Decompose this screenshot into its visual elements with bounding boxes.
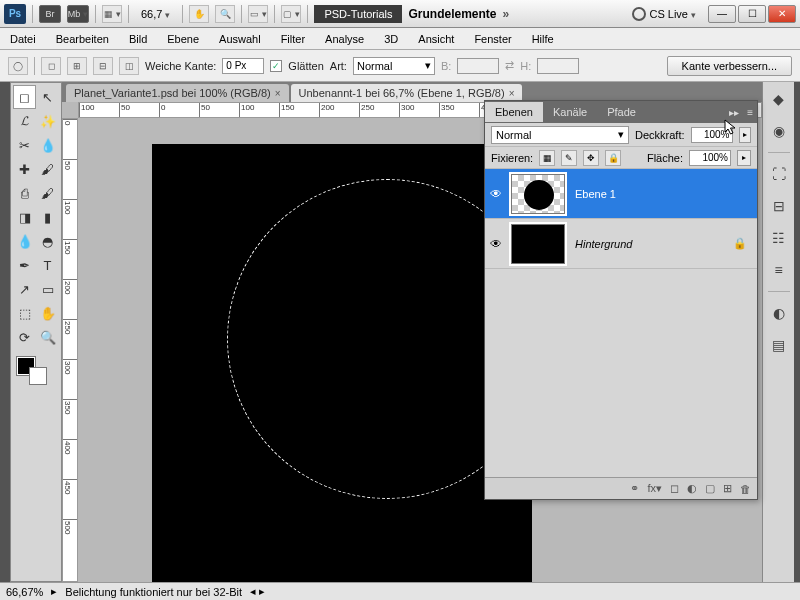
maximize-button[interactable]: ☐ [738,5,766,23]
canvas[interactable] [152,144,532,584]
fill-input[interactable] [689,150,731,166]
tool-lasso[interactable]: 𝓛 [13,109,36,133]
tab-layers[interactable]: Ebenen [485,102,543,122]
sel-int-icon[interactable]: ◫ [119,57,139,75]
link-layers-icon[interactable]: ⚭ [630,482,639,495]
opacity-input[interactable] [691,127,733,143]
swatches-panel-icon[interactable]: ◉ [768,120,790,142]
new-layer-icon[interactable]: ⊞ [723,482,732,495]
style-select[interactable]: Normal▾ [353,57,435,75]
close-button[interactable]: ✕ [768,5,796,23]
menu-hilfe[interactable]: Hilfe [522,30,564,48]
arrange-icon[interactable]: ▭ [248,5,268,23]
menu-auswahl[interactable]: Auswahl [209,30,271,48]
layer-thumbnail[interactable] [511,174,565,214]
sel-new-icon[interactable]: ◻ [41,57,61,75]
tool-wand[interactable]: ✨ [36,109,59,133]
tool-crop[interactable]: ✂ [13,133,36,157]
delete-layer-icon[interactable]: 🗑 [740,483,751,495]
tool-zoom[interactable]: 🔍 [36,325,59,349]
tool-heal[interactable]: ✚ [13,157,36,181]
minimize-button[interactable]: — [708,5,736,23]
align-panel-icon[interactable]: ⊟ [768,195,790,217]
tool-blur[interactable]: 💧 [13,229,36,253]
menu-3d[interactable]: 3D [374,30,408,48]
document-tab[interactable]: Planet_Variante1.psd bei 100% (RGB/8)× [66,84,289,102]
layer-group-icon[interactable]: ▢ [705,482,715,495]
layer-name[interactable]: Hintergrund [569,238,723,250]
tool-eyedrop[interactable]: 💧 [36,133,59,157]
layer-row[interactable]: 👁Ebene 1 [485,169,757,219]
tool-dodge[interactable]: ◓ [36,229,59,253]
tool-move[interactable]: ↖ [36,85,59,109]
feather-input[interactable] [222,58,264,74]
tool-3d[interactable]: ⬚ [13,301,36,325]
layer-thumbnail[interactable] [511,224,565,264]
tool-path[interactable]: ↗ [13,277,36,301]
zoom-level[interactable]: 66,7 [135,7,176,21]
lock-transparency-icon[interactable]: ▦ [539,150,555,166]
workspace-name[interactable]: Grundelemente [408,7,496,21]
minibr-icon[interactable]: Mb [67,5,89,23]
tab-paths[interactable]: Pfade [597,102,646,122]
view-extras-icon[interactable]: ▦ [102,5,122,23]
tool-gradient[interactable]: ▮ [36,205,59,229]
lock-all-icon[interactable]: 🔒 [605,150,621,166]
adjustments-panel-icon[interactable]: ◐ [768,302,790,324]
visibility-icon[interactable]: 👁 [485,187,507,201]
menu-analyse[interactable]: Analyse [315,30,374,48]
menu-fenster[interactable]: Fenster [464,30,521,48]
tool-rotate[interactable]: ⟳ [13,325,36,349]
menu-filter[interactable]: Filter [271,30,315,48]
menu-ebene[interactable]: Ebene [157,30,209,48]
lock-pixels-icon[interactable]: ✎ [561,150,577,166]
menu-datei[interactable]: Datei [0,30,46,48]
tab-channels[interactable]: Kanäle [543,102,597,122]
tool-brush[interactable]: 🖌 [36,157,59,181]
zoom-tool-icon[interactable]: 🔍 [215,5,235,23]
tool-pen[interactable]: ✒ [13,253,36,277]
bridge-icon[interactable]: Br [39,5,61,23]
sel-add-icon[interactable]: ⊞ [67,57,87,75]
menu-bearbeiten[interactable]: Bearbeiten [46,30,119,48]
close-tab-icon[interactable]: × [275,88,281,99]
tool-type[interactable]: T [36,253,59,277]
blend-mode-select[interactable]: Normal▾ [491,126,629,144]
tool-hand[interactable]: ✋ [36,301,59,325]
antialias-checkbox[interactable]: ✓ [270,60,282,72]
tool-shape[interactable]: ▭ [36,277,59,301]
refine-edge-button[interactable]: Kante verbessern... [667,56,792,76]
cslive-label[interactable]: CS Live [649,8,696,20]
panel-collapse-icon[interactable]: ▸▸ [725,107,743,118]
hand-tool-icon[interactable]: ✋ [189,5,209,23]
layer-name[interactable]: Ebene 1 [569,188,757,200]
tool-stamp[interactable]: ⎙ [13,181,36,205]
opacity-stepper[interactable]: ▸ [739,127,751,143]
fill-stepper[interactable]: ▸ [737,150,751,166]
panel-menu-icon[interactable]: ≡ [743,107,757,118]
menu-ansicht[interactable]: Ansicht [408,30,464,48]
layers-panel-icon[interactable]: ▤ [768,334,790,356]
layer-mask-icon[interactable]: ◻ [670,482,679,495]
layers-panel[interactable]: Ebenen Kanäle Pfade ▸▸ ≡ Normal▾ Deckkra… [484,100,758,500]
menu-bild[interactable]: Bild [119,30,157,48]
workspace-more-icon[interactable]: » [503,7,510,21]
screenmode-icon[interactable]: ▢ [281,5,301,23]
sel-sub-icon[interactable]: ⊟ [93,57,113,75]
layer-row[interactable]: 👁Hintergrund🔒 [485,219,757,269]
workspace-label[interactable]: PSD-Tutorials [314,5,402,23]
layer-fx-icon[interactable]: fx▾ [647,482,662,495]
tool-eraser[interactable]: ◨ [13,205,36,229]
tool-marquee[interactable]: ◻ [13,85,36,109]
marquee-tool-icon[interactable]: ◯ [8,57,28,75]
status-zoom[interactable]: 66,67% [6,586,43,598]
tool-history[interactable]: 🖌 [36,181,59,205]
adjustment-layer-icon[interactable]: ◐ [687,482,697,495]
close-tab-icon[interactable]: × [509,88,515,99]
visibility-icon[interactable]: 👁 [485,237,507,251]
styles-panel-icon[interactable]: ≡ [768,259,790,281]
color-panel-icon[interactable]: ◆ [768,88,790,110]
lock-position-icon[interactable]: ✥ [583,150,599,166]
transform-panel-icon[interactable]: ⛶ [768,163,790,185]
distribute-panel-icon[interactable]: ☷ [768,227,790,249]
